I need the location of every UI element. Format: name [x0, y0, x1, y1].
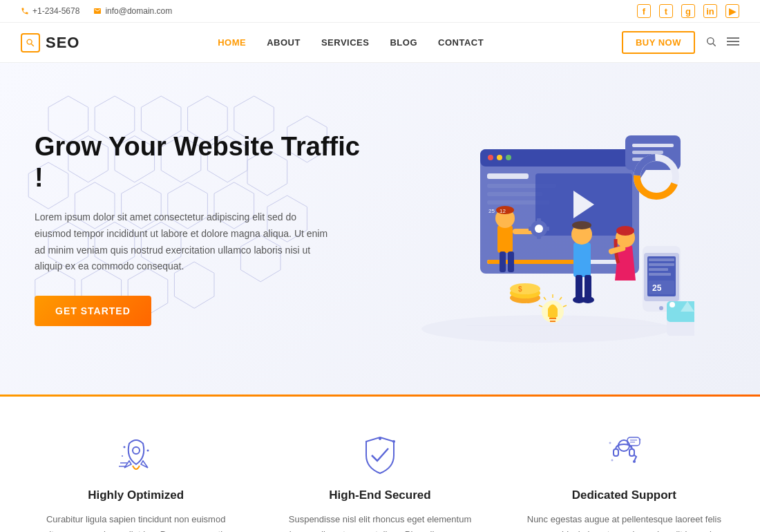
svg-rect-64	[573, 243, 591, 277]
topbar-email: info@domain.com	[93, 6, 172, 16]
svg-rect-63	[508, 251, 514, 272]
nav-services[interactable]: SERVICES	[321, 37, 370, 48]
phone-icon	[21, 7, 29, 15]
svg-point-66	[572, 221, 591, 229]
feature-3-title: Dedicated Support	[523, 488, 725, 502]
svg-line-50	[544, 297, 546, 300]
svg-point-98	[611, 459, 614, 461]
topbar: +1-234-5678 info@domain.com f t g in ▶	[0, 0, 760, 23]
svg-point-80	[669, 302, 675, 307]
svg-rect-10	[480, 149, 639, 167]
feature-3-desc: Nunc egestas augue at pellentesque laore…	[523, 512, 725, 532]
social-youtube[interactable]: ▶	[725, 4, 739, 18]
feature-highly-optimized: Highly Optimized Curabitur ligula sapien…	[21, 431, 251, 532]
svg-rect-58	[537, 218, 541, 222]
svg-text:25: 25	[488, 208, 495, 214]
svg-point-97	[609, 441, 611, 444]
nav-contact[interactable]: CONTACT	[438, 37, 484, 48]
svg-rect-35	[649, 268, 668, 271]
svg-line-1	[31, 44, 34, 46]
svg-point-11	[488, 155, 493, 160]
svg-point-83	[146, 449, 149, 451]
topbar-phone: +1-234-5678	[21, 6, 79, 16]
svg-text:12: 12	[500, 208, 506, 214]
hero-section: Grow Your Website Traffic ! Lorem ipsum …	[0, 63, 760, 395]
svg-rect-59	[537, 235, 541, 239]
svg-point-92	[633, 460, 636, 463]
svg-rect-34	[649, 263, 674, 266]
feature-icon-shield	[357, 431, 402, 476]
svg-rect-61	[545, 227, 549, 231]
svg-text:$: $	[518, 285, 522, 293]
feature-2-desc: Suspendisse nisl elit rhoncus eget eleme…	[278, 512, 481, 532]
svg-point-39	[659, 306, 663, 310]
social-linkedin[interactable]: in	[703, 4, 717, 18]
svg-rect-24	[632, 144, 674, 147]
svg-point-99	[639, 438, 641, 440]
nav-blog[interactable]: BLOG	[390, 37, 417, 48]
nav-home[interactable]: HOME	[218, 37, 246, 48]
feature-1-title: Highly Optimized	[35, 488, 237, 502]
social-facebook[interactable]: f	[637, 4, 651, 18]
svg-line-51	[539, 305, 542, 307]
svg-rect-36	[649, 273, 671, 276]
svg-rect-67	[576, 275, 582, 299]
hero-title: Grow Your Website Traffic !	[35, 131, 366, 194]
svg-rect-68	[585, 275, 591, 299]
svg-rect-60	[529, 227, 533, 231]
nav-links[interactable]: HOME ABOUT SERVICES BLOG CONTACT	[218, 37, 484, 48]
topbar-contact: +1-234-5678 info@domain.com	[21, 6, 172, 16]
svg-point-42	[510, 283, 540, 294]
svg-point-82	[123, 446, 125, 448]
svg-rect-25	[632, 151, 663, 154]
svg-point-12	[497, 155, 502, 160]
logo-search-icon	[26, 38, 35, 48]
svg-rect-90	[614, 449, 618, 456]
search-icon[interactable]	[705, 36, 716, 50]
svg-point-88	[392, 440, 395, 443]
feature-1-desc: Curabitur ligula sapien tincidunt non eu…	[35, 512, 237, 532]
navbar: SEO HOME ABOUT SERVICES BLOG CONTACT BUY…	[0, 23, 760, 63]
buy-now-button[interactable]: BUY NOW	[622, 31, 695, 54]
svg-point-87	[379, 437, 381, 440]
logo-icon-box	[21, 33, 40, 53]
svg-point-72	[616, 226, 634, 236]
svg-rect-33	[649, 258, 674, 261]
svg-point-2	[707, 37, 714, 44]
features-section: Highly Optimized Curabitur ligula sapien…	[0, 397, 760, 532]
logo-text: SEO	[46, 34, 79, 52]
svg-point-57	[535, 225, 543, 233]
feature-icon-headset	[602, 431, 647, 476]
svg-point-81	[133, 447, 140, 454]
hamburger-icon[interactable]	[727, 37, 739, 49]
get-started-button[interactable]: GET STARTED	[35, 296, 151, 326]
isometric-illustration: 25 $	[397, 108, 694, 350]
svg-rect-14	[487, 173, 529, 179]
svg-rect-62	[500, 251, 506, 272]
email-icon	[93, 7, 102, 15]
svg-point-13	[506, 155, 511, 160]
svg-line-3	[713, 44, 716, 46]
svg-line-49	[563, 305, 567, 307]
feature-high-end-secured: High-End Secured Suspendisse nisl elit r…	[265, 431, 495, 532]
feature-icon-rocket	[113, 431, 158, 476]
hero-illustration: 25 $	[366, 108, 725, 350]
svg-rect-16	[487, 192, 542, 196]
logo[interactable]: SEO	[21, 33, 79, 53]
nav-right[interactable]: BUY NOW	[622, 31, 739, 54]
nav-about[interactable]: ABOUT	[267, 37, 301, 48]
svg-rect-52	[497, 225, 513, 253]
svg-point-70	[582, 296, 594, 303]
hero-content: Grow Your Website Traffic ! Lorem ipsum …	[35, 131, 366, 326]
svg-text:25: 25	[652, 283, 662, 293]
svg-line-48	[560, 297, 562, 300]
svg-marker-7	[15, 63, 55, 109]
feature-dedicated-support: Dedicated Support Nunc egestas augue at …	[509, 431, 739, 532]
svg-point-84	[122, 455, 123, 457]
social-twitter[interactable]: t	[659, 4, 673, 18]
hero-description: Lorem ipsum dolor sit amet consectetur a…	[35, 209, 332, 275]
social-googleplus[interactable]: g	[681, 4, 695, 18]
topbar-social[interactable]: f t g in ▶	[637, 4, 739, 18]
feature-2-title: High-End Secured	[278, 488, 481, 502]
svg-point-0	[27, 39, 32, 44]
